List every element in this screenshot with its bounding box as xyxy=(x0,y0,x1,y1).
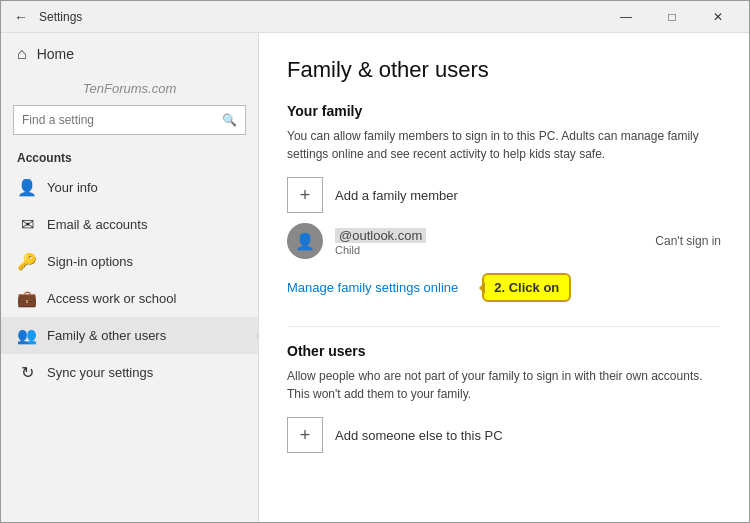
search-box[interactable]: 🔍 xyxy=(13,105,246,135)
sidebar: ⌂ Home TenForums.com 🔍 Accounts 👤 Your i… xyxy=(1,33,259,522)
add-someone-button[interactable]: + xyxy=(287,417,323,453)
sidebar-item-sync[interactable]: ↻ Sync your settings xyxy=(1,354,258,391)
sidebar-label-work: Access work or school xyxy=(47,291,242,306)
manage-callout-text: 2. Click on xyxy=(494,280,559,295)
add-someone-label: Add someone else to this PC xyxy=(335,428,503,443)
add-family-label: Add a family member xyxy=(335,188,458,203)
maximize-button[interactable]: □ xyxy=(649,1,695,33)
app-body: ⌂ Home TenForums.com 🔍 Accounts 👤 Your i… xyxy=(1,33,749,522)
other-users-title: Other users xyxy=(287,343,721,359)
sidebar-label-signin: Sign-in options xyxy=(47,254,242,269)
window-title: Settings xyxy=(39,10,603,24)
your-family-desc: You can allow family members to sign in … xyxy=(287,127,721,163)
watermark-area: TenForums.com xyxy=(1,75,258,105)
sidebar-label-sync: Sync your settings xyxy=(47,365,242,380)
search-icon: 🔍 xyxy=(222,113,237,127)
search-input[interactable] xyxy=(22,113,222,127)
manage-callout-bubble: 2. Click on xyxy=(482,273,571,302)
other-users-section: Other users Allow people who are not par… xyxy=(287,343,721,453)
other-users-desc: Allow people who are not part of your fa… xyxy=(287,367,721,403)
member-role: Child xyxy=(335,244,643,256)
sidebar-label-your-info: Your info xyxy=(47,180,242,195)
sidebar-item-family-users[interactable]: 👥 Family & other users 1. Click on xyxy=(1,317,258,354)
manage-family-link[interactable]: Manage family settings online xyxy=(287,280,458,295)
home-nav-item[interactable]: ⌂ Home xyxy=(1,33,258,75)
back-button[interactable]: ← xyxy=(9,5,33,29)
briefcase-icon: 💼 xyxy=(17,289,37,308)
family-icon: 👥 xyxy=(17,326,37,345)
sync-icon: ↻ xyxy=(17,363,37,382)
sidebar-item-access-work[interactable]: 💼 Access work or school xyxy=(1,280,258,317)
sidebar-section-label: Accounts xyxy=(1,143,258,169)
close-button[interactable]: ✕ xyxy=(695,1,741,33)
key-icon: 🔑 xyxy=(17,252,37,271)
sidebar-label-family: Family & other users xyxy=(47,328,242,343)
home-label: Home xyxy=(37,46,74,62)
add-someone-row[interactable]: + Add someone else to this PC xyxy=(287,417,721,453)
page-title: Family & other users xyxy=(287,57,721,83)
settings-window: ← Settings — □ ✕ ⌂ Home TenForums.com 🔍 … xyxy=(0,0,750,523)
your-info-icon: 👤 xyxy=(17,178,37,197)
titlebar: ← Settings — □ ✕ xyxy=(1,1,749,33)
watermark-text: TenForums.com xyxy=(83,81,176,96)
minimize-button[interactable]: — xyxy=(603,1,649,33)
family-member-row: 👤 @outlook.com Child Can't sign in xyxy=(287,223,721,259)
member-status: Can't sign in xyxy=(655,234,721,248)
home-icon: ⌂ xyxy=(17,45,27,63)
add-family-icon: + xyxy=(300,185,311,206)
your-family-title: Your family xyxy=(287,103,721,119)
add-family-button[interactable]: + xyxy=(287,177,323,213)
sidebar-item-your-info[interactable]: 👤 Your info xyxy=(1,169,258,206)
main-content: Family & other users Your family You can… xyxy=(259,33,749,522)
sidebar-label-email: Email & accounts xyxy=(47,217,242,232)
member-avatar: 👤 xyxy=(287,223,323,259)
add-family-member-row[interactable]: + Add a family member xyxy=(287,177,721,213)
member-email: @outlook.com xyxy=(335,228,426,243)
section-divider xyxy=(287,326,721,327)
avatar-icon: 👤 xyxy=(295,232,315,251)
manage-link-row: Manage family settings online 2. Click o… xyxy=(287,273,721,302)
member-info: @outlook.com Child xyxy=(335,226,643,256)
add-someone-icon: + xyxy=(300,425,311,446)
sidebar-item-sign-in[interactable]: 🔑 Sign-in options xyxy=(1,243,258,280)
email-icon: ✉ xyxy=(17,215,37,234)
window-controls: — □ ✕ xyxy=(603,1,741,33)
sidebar-item-email-accounts[interactable]: ✉ Email & accounts xyxy=(1,206,258,243)
